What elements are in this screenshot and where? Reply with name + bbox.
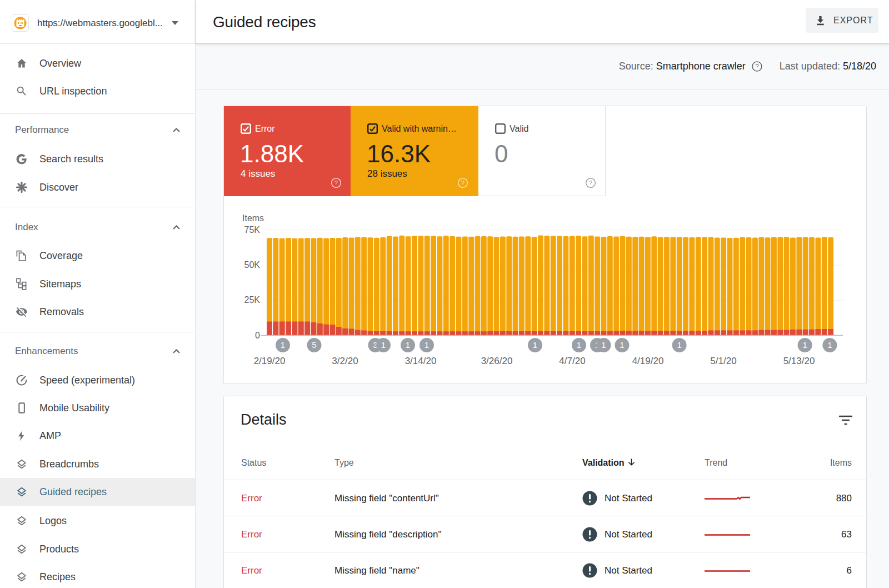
svg-text:1: 1 — [533, 340, 537, 350]
svg-text:1: 1 — [406, 340, 410, 350]
svg-text:1: 1 — [827, 340, 832, 350]
svg-text:1: 1 — [601, 340, 606, 350]
svg-text:1: 1 — [281, 340, 285, 350]
svg-text:1: 1 — [424, 340, 429, 350]
svg-text:1: 1 — [802, 340, 807, 350]
svg-text:1: 1 — [577, 340, 581, 350]
svg-text:1: 1 — [677, 340, 681, 350]
svg-text:1: 1 — [620, 340, 624, 350]
svg-text:?: ? — [755, 63, 758, 69]
svg-text:5: 5 — [312, 340, 316, 350]
svg-text:1: 1 — [381, 340, 386, 350]
